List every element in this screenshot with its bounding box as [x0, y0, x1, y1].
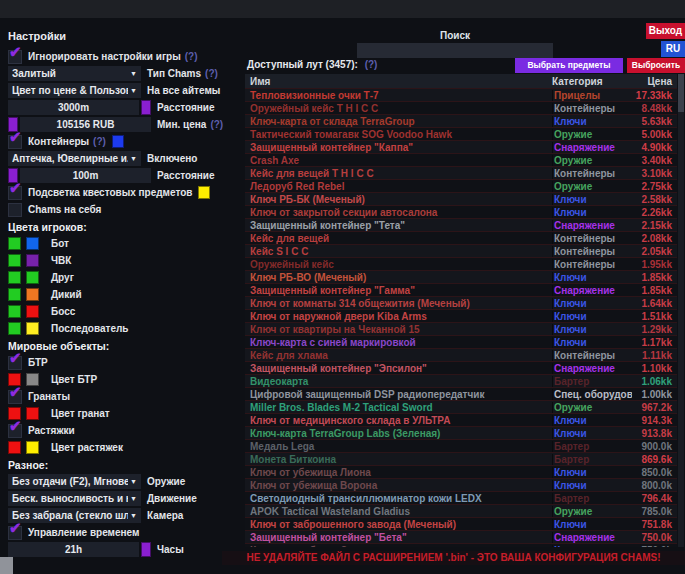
table-row[interactable]: Ключ от заброшенного завода (Меченый)Клю… — [245, 517, 677, 530]
table-row[interactable]: Ключ РБ-БК (Меченый)Ключи2.58kk — [245, 192, 677, 205]
table-row[interactable]: Ключ от убежища ВоронаКлючи800.0k — [245, 478, 677, 491]
text-input[interactable]: 100m — [20, 168, 151, 183]
checkbox[interactable] — [8, 390, 22, 404]
scrollbar-thumb[interactable] — [678, 74, 684, 112]
table-row[interactable]: Медаль LegaБартер900.0k — [245, 439, 677, 452]
color-swatch[interactable] — [8, 271, 21, 284]
item-name: Тактический томагавк SOG Voodoo Hawk — [245, 129, 552, 140]
table-row[interactable]: Кейс для вещей T H I C CКонтейнеры3.10kk — [245, 166, 677, 179]
table-row[interactable]: Ключ-карта TerraGroup Labs (Зеленая)Ключ… — [245, 426, 677, 439]
item-name: Ключ от убежища Лиона — [245, 467, 552, 478]
color-swatch[interactable] — [26, 237, 39, 250]
item-category: Ключи — [552, 337, 632, 348]
checkbox[interactable] — [8, 50, 22, 64]
color-swatch[interactable] — [8, 254, 21, 267]
table-row[interactable]: Miller Bros. Blades M-2 Tactical SwordОр… — [245, 400, 677, 413]
table-row[interactable]: Ледоруб Red RebelОружие2.75kk — [245, 179, 677, 192]
color-swatch[interactable] — [26, 254, 39, 267]
table-row[interactable]: Ключ от закрытой секции автосалонаКлючи2… — [245, 205, 677, 218]
checkbox[interactable] — [8, 424, 22, 438]
table-row[interactable]: Защищенный контейнер "Каппа"Снаряжение4.… — [245, 140, 677, 153]
table-row[interactable]: Ключ-карта с синей маркировкойКлючи1.17k… — [245, 335, 677, 348]
table-row[interactable]: Оружейный кейсКонтейнеры1.95kk — [245, 257, 677, 270]
color-swatch[interactable] — [8, 322, 21, 335]
color-swatch[interactable] — [8, 441, 21, 454]
checkbox[interactable] — [8, 135, 22, 149]
table-row[interactable]: Кейс для хламаКонтейнеры1.11kk — [245, 348, 677, 361]
select-kappa-items-button[interactable]: Выбрать предметы каппа — [515, 58, 623, 73]
color-swatch[interactable] — [8, 305, 21, 318]
settings-row: 100mРасстояние — [8, 167, 244, 184]
color-swatch[interactable] — [26, 373, 39, 386]
table-row[interactable]: Защищенный контейнер "Эпсилон"Снаряжение… — [245, 361, 677, 374]
table-row[interactable]: Цифровой защищенный DSP радиопередатчикС… — [245, 387, 677, 400]
table-row[interactable]: Кейс S I C CКонтейнеры2.05kk — [245, 244, 677, 257]
table-row[interactable]: Тактический томагавк SOG Voodoo HawkОруж… — [245, 127, 677, 140]
column-header-price[interactable]: Цена — [632, 76, 677, 87]
item-category: Контейнеры — [552, 246, 632, 257]
column-header-category[interactable]: Категория — [552, 76, 632, 87]
checkbox[interactable] — [8, 186, 22, 200]
table-row[interactable]: Светодиодный трансиллюминатор кожи LEDXБ… — [245, 491, 677, 504]
item-name: Оружейный кейс T H I C C — [245, 103, 552, 114]
table-row[interactable]: Ключ от комнаты 314 общежития (Меченый)К… — [245, 296, 677, 309]
item-category: Ключи — [552, 324, 632, 335]
dropdown[interactable]: Залитый▼ — [8, 66, 141, 81]
table-row[interactable]: Ключ от квартиры на Чеканной 15Ключи1.29… — [245, 322, 677, 335]
table-row[interactable]: Ключ РБ-ВО (Меченый)Ключи1.85kk — [245, 270, 677, 283]
item-category: Ключи — [552, 415, 632, 426]
section-title: Цвета игроков: — [8, 218, 244, 235]
table-row[interactable]: Ключ-карта банка ЗКлючи750.0k — [245, 543, 677, 547]
color-swatch[interactable] — [26, 407, 39, 420]
table-row[interactable]: Ключ-карта от склада TerraGroupКлючи5.63… — [245, 114, 677, 127]
search-input[interactable] — [357, 43, 553, 58]
discard-all-button[interactable]: Выбросить все — [627, 58, 685, 73]
color-swatch[interactable] — [26, 441, 39, 454]
text-input[interactable]: 21h — [8, 542, 139, 557]
color-swatch[interactable] — [141, 100, 151, 115]
color-swatch[interactable] — [8, 288, 21, 301]
exit-button[interactable]: Выход — [646, 23, 685, 39]
column-header-name[interactable]: Имя — [245, 76, 552, 87]
table-row[interactable]: Crash AxeОружие3.40kk — [245, 153, 677, 166]
table-row[interactable]: Монета БиткоинаБартер869.6k — [245, 452, 677, 465]
help-icon: (?) — [210, 119, 223, 130]
color-swatch[interactable] — [8, 237, 21, 250]
dropdown[interactable]: Цвет по цене & Пользователь▼ — [8, 83, 141, 98]
checkbox[interactable] — [8, 203, 22, 217]
checkbox[interactable] — [8, 356, 22, 370]
table-row[interactable]: Защищенный контейнер "Тета"Снаряжение2.1… — [245, 218, 677, 231]
dropdown[interactable]: Без отдачи (F2), Мгновенное п▼ — [8, 474, 141, 489]
color-swatch[interactable] — [26, 305, 39, 318]
text-input[interactable]: 3000m — [8, 100, 139, 115]
color-swatch[interactable] — [112, 135, 124, 148]
language-button[interactable]: RU — [661, 41, 685, 57]
table-row[interactable]: Тепловизионные очки Т-7Прицелы17.33kk — [245, 88, 677, 101]
dropdown-value: Залитый — [12, 68, 128, 79]
item-price: 1.85kk — [632, 285, 677, 296]
settings-row: Подсветка квестовых предметов — [8, 184, 244, 201]
table-row[interactable]: Ключ от убежища ЛионаКлючи850.0k — [245, 465, 677, 478]
table-scrollbar[interactable] — [678, 74, 684, 547]
table-row[interactable]: Кейс для вещейКонтейнеры2.08kk — [245, 231, 677, 244]
text-input[interactable]: 105156 RUB — [20, 117, 151, 132]
color-swatch[interactable] — [141, 542, 151, 557]
table-row[interactable]: ВидеокартаБартер1.06kk — [245, 374, 677, 387]
color-swatch[interactable] — [26, 271, 39, 284]
color-swatch[interactable] — [26, 322, 39, 335]
color-swatch[interactable] — [198, 186, 210, 199]
table-row[interactable]: Защищенный контейнер "Гамма"Снаряжение1.… — [245, 283, 677, 296]
table-row[interactable]: APOK Tactical Wasteland GladiusОружие785… — [245, 504, 677, 517]
dropdown-label: Движение — [147, 493, 197, 504]
dropdown[interactable]: Беск. выносливость и нет уста▼ — [8, 491, 141, 506]
color-swatch[interactable] — [26, 288, 39, 301]
table-row[interactable]: Ключ от наружной двери Kiba ArmsКлючи1.5… — [245, 309, 677, 322]
checkbox[interactable] — [8, 526, 22, 540]
table-row[interactable]: Защищенный контейнер "Бета"Снаряжение750… — [245, 530, 677, 543]
table-row[interactable]: Ключ от медицинского склада в УЛЬТРАКлюч… — [245, 413, 677, 426]
dropdown[interactable]: Аптечка, Ювелирные и...▼ — [8, 151, 141, 166]
item-category: Контейнеры — [552, 233, 632, 244]
table-row[interactable]: Оружейный кейс T H I C CКонтейнеры8.48kk — [245, 101, 677, 114]
item-category: Контейнеры — [552, 259, 632, 270]
dropdown[interactable]: Без забрала (стекло шлема)▼ — [8, 508, 141, 523]
